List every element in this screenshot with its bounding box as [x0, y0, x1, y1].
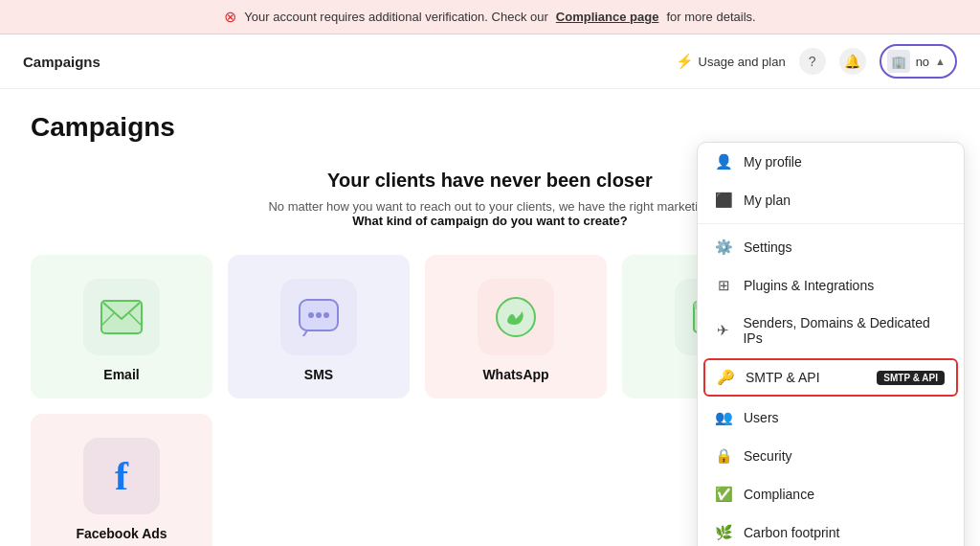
alert-banner: ⊗ Your account requires additional verif…	[0, 0, 980, 34]
facebook-card-icon: f	[83, 438, 160, 514]
svg-point-5	[497, 298, 535, 336]
dropdown-my-plan[interactable]: ⬛ My plan	[698, 181, 964, 219]
usage-plan-label: Usage and plan	[699, 55, 786, 69]
whatsapp-card-icon	[478, 279, 554, 355]
dropdown-carbon[interactable]: 🌿 Carbon footprint	[698, 513, 964, 546]
svg-point-4	[323, 312, 329, 318]
smtp-badge: SMTP & API	[877, 371, 945, 385]
alert-message: Your account requires additional verific…	[244, 10, 547, 24]
plugins-icon: ⊞	[715, 277, 732, 294]
nav-title: Campaigns	[23, 54, 100, 70]
users-icon: 👥	[715, 409, 732, 426]
notifications-button[interactable]: 🔔	[839, 48, 866, 75]
security-icon: 🔒	[715, 447, 732, 465]
smtp-icon: 🔑	[717, 369, 734, 386]
dropdown-security[interactable]: 🔒 Security	[698, 437, 964, 475]
alert-message-end: for more details.	[666, 10, 755, 24]
campaign-card-email[interactable]: Email	[31, 255, 212, 398]
page-title: Campaigns	[31, 112, 949, 143]
compliance-icon: ✅	[715, 486, 732, 503]
nav-right: ⚡ Usage and plan ? 🔔 🏢 no ▲	[676, 44, 957, 79]
compliance-link[interactable]: Compliance page	[556, 10, 659, 24]
main-content: Campaigns Your clients have never been c…	[0, 89, 980, 546]
help-button[interactable]: ?	[799, 48, 826, 75]
usage-plan-icon: ⚡	[676, 53, 694, 70]
svg-point-3	[316, 312, 322, 318]
email-card-icon	[83, 279, 160, 355]
dropdown-compliance[interactable]: ✅ Compliance	[698, 475, 964, 513]
sms-card-icon	[280, 279, 357, 355]
svg-point-2	[308, 312, 314, 318]
dropdown-smtp-api[interactable]: 🔑 SMTP & API SMTP & API	[703, 358, 958, 397]
profile-icon: 👤	[715, 153, 732, 171]
user-menu-trigger[interactable]: 🏢 no ▲	[880, 44, 957, 79]
settings-icon: ⚙️	[715, 239, 732, 256]
campaign-card-whatsapp[interactable]: WhatsApp	[425, 255, 607, 398]
topnav: Campaigns ⚡ Usage and plan ? 🔔 🏢 no ▲	[0, 34, 980, 89]
dropdown-settings[interactable]: ⚙️ Settings	[698, 228, 964, 266]
alert-icon: ⊗	[224, 8, 236, 26]
senders-icon: ✈	[715, 322, 731, 339]
plan-icon: ⬛	[715, 192, 732, 209]
facebook-card-label: Facebook Ads	[76, 526, 167, 541]
dropdown-menu: 👤 My profile ⬛ My plan ⚙️ Settings ⊞ Plu…	[697, 142, 965, 546]
dropdown-my-profile[interactable]: 👤 My profile	[698, 143, 964, 181]
carbon-icon: 🌿	[715, 524, 732, 541]
username-label: no	[916, 55, 929, 69]
campaign-card-sms[interactable]: SMS	[228, 255, 410, 398]
chevron-up-icon: ▲	[935, 56, 946, 67]
dropdown-senders[interactable]: ✈ Senders, Domains & Dedicated IPs	[698, 305, 964, 356]
dropdown-users[interactable]: 👥 Users	[698, 398, 964, 437]
divider-1	[698, 223, 964, 224]
dropdown-plugins[interactable]: ⊞ Plugins & Integrations	[698, 266, 964, 305]
whatsapp-card-label: WhatsApp	[482, 367, 548, 382]
email-card-label: Email	[103, 367, 139, 382]
usage-plan-button[interactable]: ⚡ Usage and plan	[676, 53, 786, 70]
sms-card-label: SMS	[304, 367, 333, 382]
user-avatar: 🏢	[887, 50, 910, 73]
campaign-card-facebook[interactable]: f Facebook Ads	[31, 414, 212, 546]
